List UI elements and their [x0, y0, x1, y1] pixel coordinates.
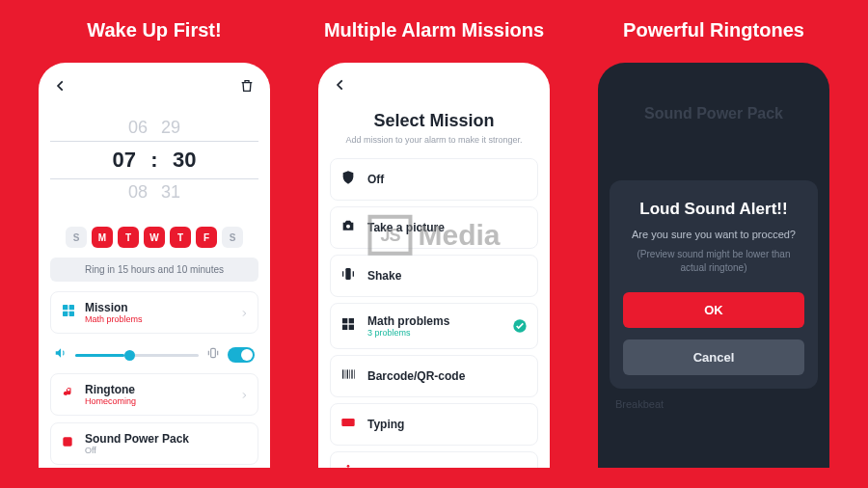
mission-label: Mission	[85, 301, 231, 314]
day-tue[interactable]: T	[118, 227, 139, 248]
day-selector: S M T W T F S	[50, 227, 258, 248]
sound-pack-icon	[61, 435, 76, 452]
dialog-title: Loud Sound Alert!!	[623, 200, 804, 219]
column-wake-up: Wake Up First! 06 29 07 : 30 08 31	[19, 19, 289, 488]
day-wed[interactable]: W	[144, 227, 165, 248]
svg-rect-8	[342, 318, 347, 323]
card-body: Ringtone Homecoming	[85, 383, 231, 406]
mission-item-label: Off	[367, 173, 528, 186]
slider-fill	[75, 354, 124, 357]
back-icon[interactable]	[334, 78, 347, 95]
svg-rect-13	[342, 369, 343, 378]
mission-item-label: Shake	[367, 269, 528, 283]
svg-rect-11	[349, 325, 354, 330]
mission-item-picture[interactable]: Take a picture	[330, 206, 538, 249]
mission-item-sub: 3 problems	[367, 328, 502, 338]
ringtone-label: Ringtone	[85, 383, 231, 396]
svg-point-6	[346, 225, 350, 229]
hour-prev: 06	[128, 118, 148, 138]
svg-rect-0	[63, 305, 68, 310]
sound-power-pack-card[interactable]: Sound Power Pack Off	[50, 422, 258, 465]
camera-icon	[340, 218, 358, 237]
svg-rect-14	[345, 369, 346, 378]
back-icon[interactable]	[54, 79, 68, 96]
day-fri[interactable]: F	[196, 227, 217, 248]
svg-rect-3	[69, 312, 74, 316]
mission-item-typing[interactable]: Typing	[330, 403, 538, 446]
day-mon[interactable]: M	[92, 227, 113, 248]
mission-item-label: Walking	[367, 466, 528, 468]
mission-screen-subtitle: Add mission to your alarm to make it str…	[330, 135, 538, 145]
dim-background-item: Breakbeat	[610, 389, 818, 420]
mission-icon	[61, 303, 76, 322]
day-thu[interactable]: T	[170, 227, 191, 248]
mission-card[interactable]: Mission Math problems	[50, 291, 258, 334]
svg-rect-9	[349, 318, 354, 323]
day-sun[interactable]: S	[66, 227, 87, 248]
svg-rect-16	[349, 369, 350, 378]
minute-prev: 29	[161, 118, 180, 138]
chevron-right-icon	[240, 386, 248, 403]
svg-rect-4	[211, 348, 216, 357]
phone-alarm-editor: 06 29 07 : 30 08 31 S M T W T F S Ring i…	[39, 63, 270, 468]
mission-item-math[interactable]: Math problems 3 problems	[330, 303, 538, 349]
math-icon	[340, 316, 358, 336]
svg-rect-1	[69, 305, 74, 310]
dialog-question: Are you sure you want to procced?	[623, 229, 804, 240]
volume-slider[interactable]	[75, 354, 199, 357]
column-title: Wake Up First!	[87, 19, 221, 41]
shield-off-icon	[340, 170, 358, 189]
check-icon	[512, 318, 528, 334]
ok-button[interactable]: OK	[623, 292, 804, 328]
barcode-icon	[340, 366, 358, 386]
phone-sound-alert: Sound Power Pack Loud Sound Alert!! Are …	[598, 63, 829, 468]
mission-item-barcode[interactable]: Barcode/QR-code	[330, 355, 538, 397]
mission-item-shake[interactable]: Shake	[330, 255, 538, 297]
cancel-button[interactable]: Cancel	[623, 339, 804, 375]
time-colon: :	[149, 148, 159, 173]
ringtone-card[interactable]: Ringtone Homecoming	[50, 373, 258, 416]
svg-rect-17	[351, 369, 352, 378]
mission-item-label: Barcode/QR-code	[367, 369, 528, 383]
mission-list: Off Take a picture Shake Math problems 3…	[330, 158, 538, 468]
dialog-note: (Preview sound might be lower than actua…	[623, 248, 804, 275]
slider-thumb[interactable]	[124, 350, 135, 361]
ring-countdown: Ring in 15 hours and 10 minutes	[50, 258, 258, 282]
phone-select-mission: Select Mission Add mission to your alarm…	[318, 63, 550, 468]
mission-item-label: Typing	[367, 418, 528, 431]
minute-next: 31	[161, 182, 180, 203]
svg-rect-18	[354, 369, 355, 378]
svg-point-20	[347, 465, 350, 468]
phone-header	[50, 76, 258, 107]
minute-selected: 30	[173, 148, 196, 173]
hour-next: 08	[128, 182, 148, 203]
card-body: Mission Math problems	[85, 301, 231, 324]
mission-header: Select Mission Add mission to your alarm…	[330, 105, 538, 158]
svg-rect-7	[345, 268, 350, 280]
mission-item-walking[interactable]: Walking	[330, 451, 538, 468]
volume-row	[50, 340, 258, 373]
time-row-next: 08 31	[50, 179, 258, 205]
speaker-icon	[54, 346, 68, 364]
vibrate-icon	[206, 346, 220, 364]
column-title: Multiple Alarm Missions	[324, 19, 544, 41]
time-picker[interactable]: 06 29 07 : 30 08 31	[50, 107, 258, 213]
mission-screen-title: Select Mission	[330, 111, 538, 131]
day-sat[interactable]: S	[222, 227, 243, 248]
time-row-selected: 07 : 30	[50, 141, 258, 179]
mission-item-off[interactable]: Off	[330, 158, 538, 201]
svg-rect-10	[342, 325, 347, 330]
svg-rect-19	[341, 419, 354, 426]
column-title: Powerful Ringtones	[623, 19, 804, 41]
soundpack-sub: Off	[85, 446, 248, 455]
vibrate-toggle[interactable]	[228, 347, 255, 363]
chevron-right-icon	[240, 304, 248, 321]
mission-item-label: Take a picture	[367, 221, 528, 234]
trash-icon[interactable]	[239, 78, 255, 97]
column-missions: Multiple Alarm Missions Select Mission A…	[299, 19, 569, 488]
loud-sound-dialog: Loud Sound Alert!! Are you sure you want…	[610, 180, 818, 389]
hour-selected: 07	[113, 148, 136, 173]
svg-rect-5	[63, 437, 71, 446]
time-row-prev: 06 29	[50, 115, 258, 141]
mission-sub: Math problems	[85, 314, 231, 324]
